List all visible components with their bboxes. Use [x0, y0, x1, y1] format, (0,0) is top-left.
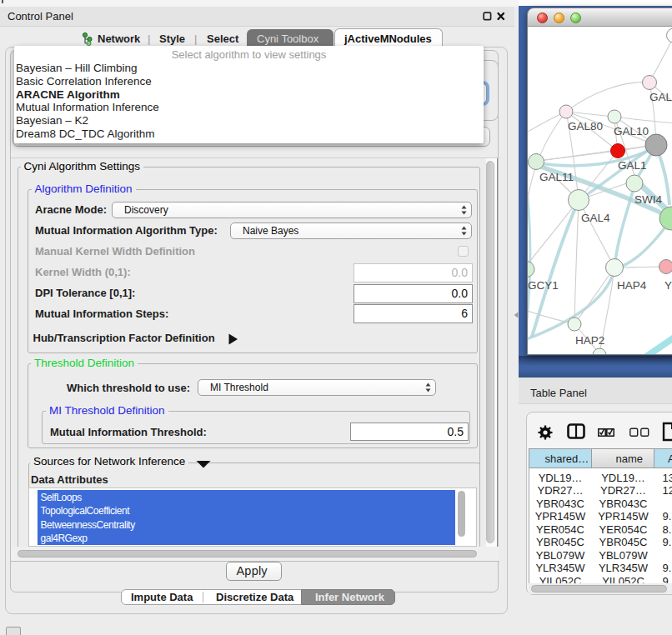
svg-text:SWI4: SWI4 [634, 193, 662, 206]
svg-text:GAL11: GAL11 [539, 171, 574, 183]
svg-text:GAL80: GAL80 [568, 120, 603, 132]
svg-text:GAL4: GAL4 [581, 212, 610, 224]
svg-text:HAP4: HAP4 [617, 279, 647, 292]
svg-text:GAL10: GAL10 [614, 125, 649, 138]
svg-text:GAL1: GAL1 [618, 159, 647, 172]
svg-text:GCY1: GCY1 [528, 279, 559, 292]
svg-text:HAP2: HAP2 [575, 334, 604, 347]
svg-text:Y: Y [664, 279, 672, 292]
svg-text:GAL7: GAL7 [649, 91, 672, 103]
